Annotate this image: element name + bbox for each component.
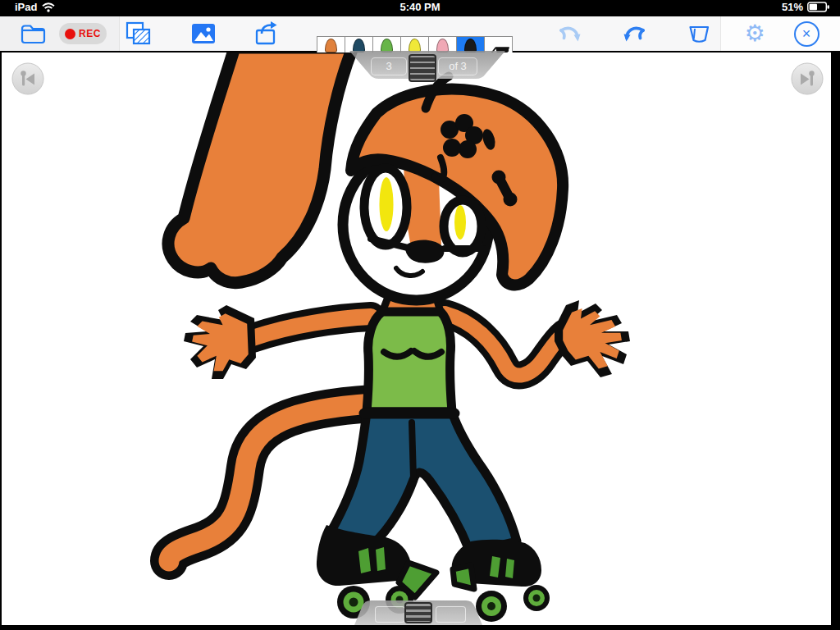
page-indicator-tab[interactable]: 3 of 3 [349, 51, 505, 84]
bottom-tab-left-button[interactable] [375, 606, 405, 623]
clear-screen-button[interactable] [685, 21, 713, 47]
redo-button[interactable] [555, 21, 582, 47]
record-dot-icon [65, 29, 75, 39]
bottom-grip-handle[interactable] [404, 602, 432, 623]
status-bar: iPad 5:40 PM 51% [0, 0, 840, 16]
page-grip-handle[interactable] [409, 54, 436, 82]
toolbar: REC 11152114111229 [0, 16, 840, 51]
battery-percent: 51% [782, 1, 803, 13]
marker-tip-icon [325, 39, 337, 52]
share-button[interactable] [253, 21, 281, 47]
next-page-button[interactable] [791, 62, 824, 95]
photo-button[interactable] [189, 21, 217, 47]
redo-icon [555, 21, 582, 47]
battery-icon [807, 2, 830, 12]
record-label: REC [79, 28, 101, 39]
layers-icon [125, 21, 153, 47]
close-button[interactable]: × [792, 21, 820, 47]
close-icon: × [794, 21, 819, 47]
toolbar-settings-zone [720, 16, 840, 51]
record-button[interactable]: REC [59, 23, 107, 44]
layers-button[interactable] [125, 21, 153, 47]
page-count-badge: of 3 [438, 57, 477, 75]
skip-next-icon [791, 62, 824, 95]
settings-button[interactable]: ⚙︎ [741, 21, 769, 47]
page-number-badge: 3 [371, 57, 407, 75]
folder-button[interactable] [19, 21, 47, 47]
skip-previous-icon [11, 62, 44, 95]
clock: 5:40 PM [0, 1, 840, 13]
bottom-drawer-tab[interactable] [354, 596, 482, 625]
folder-icon [20, 21, 46, 46]
wiper-icon [685, 20, 713, 48]
undo-icon [622, 21, 650, 47]
bottom-tab-right-button[interactable] [436, 606, 466, 623]
photo-icon [189, 21, 217, 46]
gear-icon: ⚙︎ [744, 22, 765, 45]
artwork-character [2, 52, 831, 625]
share-icon [253, 20, 281, 48]
undo-button[interactable] [622, 21, 650, 47]
drawing-canvas[interactable] [2, 52, 831, 625]
previous-page-button[interactable] [11, 62, 44, 95]
